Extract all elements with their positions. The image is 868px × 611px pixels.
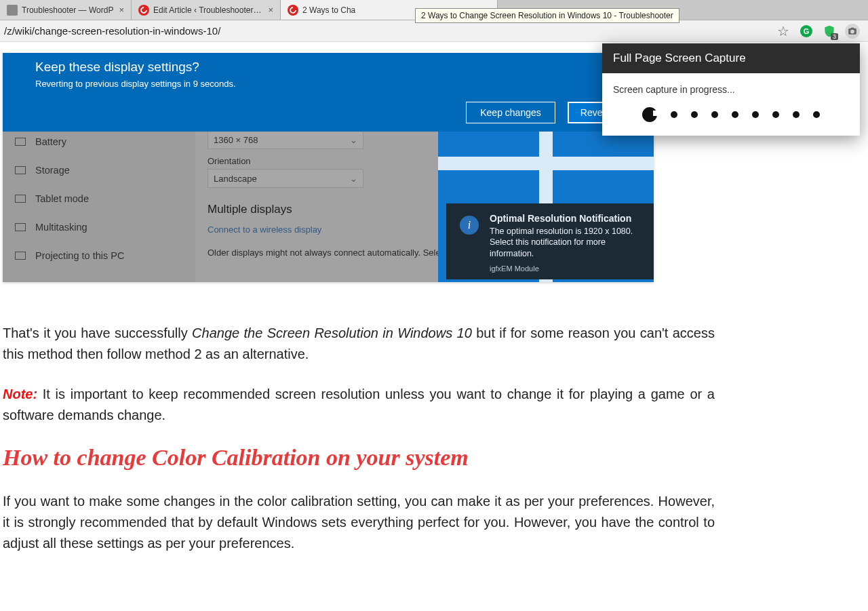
projecting-icon (15, 252, 26, 260)
article-body: That's it you have successfully Change t… (0, 282, 719, 554)
camera-extension-icon[interactable] (845, 24, 860, 39)
toast-title: Optimal Resolution Notification (490, 213, 640, 224)
resolution-value: 1360 × 768 (214, 135, 258, 145)
tab-title: Edit Article ‹ Troubleshooter — W (153, 5, 262, 15)
sidebar-label: Tablet mode (35, 193, 89, 204)
sidebar-item-multitasking[interactable]: Multitasking (15, 213, 195, 241)
url-text[interactable]: /z/wiki/change-screen-resolution-in-wind… (0, 25, 776, 37)
close-icon[interactable]: × (119, 5, 124, 15)
shield-icon[interactable]: 3 (822, 24, 837, 39)
sidebar-label: Storage (35, 165, 70, 176)
windows-settings-screenshot: Battery Storage Tablet mode Multitasking… (3, 53, 654, 282)
progress-dot (752, 111, 759, 118)
optimal-resolution-toast[interactable]: i Optimal Resolution Notification The op… (446, 203, 654, 279)
sidebar-item-storage[interactable]: Storage (15, 156, 195, 184)
sidebar-label: Battery (35, 136, 66, 147)
color-calibration-heading: How to change Color Calibration on your … (3, 445, 715, 471)
note-text: It is important to keep recommended scre… (3, 387, 715, 422)
paragraph-italic: Change the Screen Resolution in Windows … (192, 326, 472, 340)
close-icon[interactable]: × (268, 5, 273, 15)
keep-changes-button[interactable]: Keep changes (466, 102, 555, 123)
tab-edit-article[interactable]: Edit Article ‹ Troubleshooter — W × (132, 0, 281, 20)
grammarly-icon[interactable]: G (799, 24, 814, 39)
favicon-red-icon (138, 5, 149, 16)
toast-source: igfxEM Module (490, 264, 640, 273)
chevron-down-icon: ⌄ (350, 135, 357, 145)
tab-troubleshooter[interactable]: Troubleshooter — WordP × (0, 0, 132, 20)
tab-title: Troubleshooter — WordP (22, 5, 113, 15)
progress-dot (772, 111, 779, 118)
progress-dot (813, 111, 820, 118)
screen-capture-popup: Full Page Screen Capture Screen capture … (602, 43, 860, 136)
progress-dot (671, 111, 677, 118)
banner-title: Keep these display settings? (35, 60, 621, 75)
shield-badge: 3 (831, 33, 838, 40)
multitasking-icon (15, 223, 26, 231)
bookmark-star-icon[interactable]: ☆ (776, 24, 791, 39)
progress-dot (691, 111, 698, 118)
popup-title: Full Page Screen Capture (602, 43, 860, 73)
info-icon: i (460, 216, 479, 235)
progress-dot-active (642, 107, 657, 122)
battery-icon (15, 138, 26, 146)
favicon-red-icon (288, 5, 298, 16)
storage-icon (15, 166, 26, 174)
note-label: Note: (3, 387, 37, 401)
sidebar-label: Projecting to this PC (35, 250, 124, 261)
orientation-dropdown[interactable]: Landscape⌄ (208, 169, 363, 188)
orientation-value: Landscape (214, 174, 257, 184)
paragraph-success: That's it you have successfully Change t… (3, 323, 715, 365)
keep-settings-banner: Keep these display settings? Reverting t… (3, 53, 654, 132)
tab-title: 2 Ways to Cha (302, 5, 355, 15)
resolution-dropdown[interactable]: 1360 × 768⌄ (208, 130, 363, 149)
sidebar-item-battery[interactable]: Battery (15, 127, 195, 156)
tablet-icon (15, 195, 26, 203)
toast-body: The optimal resolution is 1920 x 1080. S… (490, 226, 640, 259)
favicon-generic-icon (7, 5, 18, 16)
paragraph-text: That's it you have successfully (3, 326, 192, 340)
address-bar: /z/wiki/change-screen-resolution-in-wind… (0, 20, 868, 42)
popup-status: Screen capture in progress... (613, 84, 849, 95)
progress-dot (732, 111, 738, 118)
chevron-down-icon: ⌄ (350, 174, 357, 184)
sidebar-item-tablet-mode[interactable]: Tablet mode (15, 184, 195, 213)
paragraph-note: Note: It is important to keep recommende… (3, 384, 715, 426)
sidebar-label: Multitasking (35, 222, 87, 233)
paragraph-color-calibration: If you want to make some changes in the … (3, 491, 715, 554)
sidebar-item-projecting[interactable]: Projecting to this PC (15, 241, 195, 270)
tab-tooltip: 2 Ways to Change Screen Resolution in Wi… (415, 8, 679, 23)
progress-dot (793, 111, 800, 118)
progress-dots (613, 107, 849, 122)
progress-dot (711, 111, 718, 118)
banner-subtitle: Reverting to previous display settings i… (35, 79, 621, 89)
